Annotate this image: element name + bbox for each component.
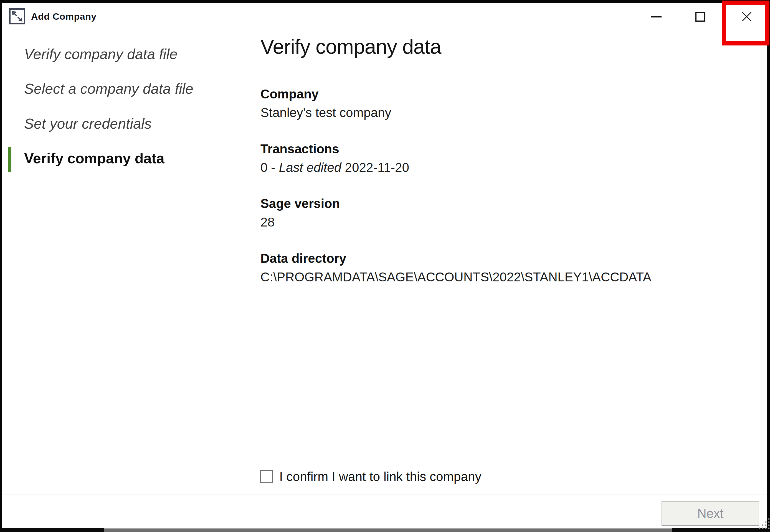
transactions-label: Transactions (260, 141, 754, 157)
transactions-date: 2022-11-20 (341, 160, 410, 175)
transactions-count: 0 - (260, 160, 279, 175)
window-border-top (0, 0, 770, 3)
field-group-sage-version: Sage version 28 (260, 196, 754, 230)
confirm-checkbox[interactable] (260, 470, 273, 483)
minimize-button[interactable] (644, 4, 669, 29)
field-group-transactions: Transactions 0 - Last edited 2022-11-20 (260, 141, 754, 175)
company-label: Company (260, 86, 754, 102)
field-group-data-directory: Data directory C:\PROGRAMDATA\SAGE\ACCOU… (260, 251, 754, 285)
window-border-bottom-left-segment (0, 528, 104, 532)
confirm-row: I confirm I want to link this company (260, 469, 482, 484)
window-border-bottom (0, 528, 770, 532)
window-border-bottom-right-segment (672, 528, 770, 532)
sage-version-label: Sage version (260, 196, 754, 211)
field-group-company: Company Stanley's test company (260, 86, 754, 120)
resize-grip-icon[interactable] (758, 517, 770, 530)
confirm-checkbox-label[interactable]: I confirm I want to link this company (279, 469, 482, 484)
sidebar-step-set-your-credentials[interactable]: Set your credentials (24, 115, 152, 132)
data-directory-label: Data directory (260, 251, 754, 266)
app-icon[interactable] (9, 8, 25, 24)
sage-version-value: 28 (260, 214, 754, 230)
window-title: Add Company (31, 11, 96, 22)
transactions-value: 0 - Last edited 2022-11-20 (260, 160, 754, 175)
footer-separator (2, 495, 767, 495)
transactions-last-edited: Last edited (279, 160, 341, 175)
minimize-icon (651, 16, 662, 17)
company-value: Stanley's test company (260, 105, 754, 120)
page-title: Verify company data (260, 35, 441, 58)
sidebar-step-select-company-data-file[interactable]: Select a company data file (24, 80, 193, 97)
maximize-button[interactable] (688, 4, 713, 29)
sidebar-step-verify-company-data-file[interactable]: Verify company data file (24, 45, 177, 63)
current-step-indicator (8, 147, 11, 172)
window-border-left (0, 0, 2, 529)
diagonal-transfer-arrows-icon (11, 10, 24, 23)
data-directory-value: C:\PROGRAMDATA\SAGE\ACCOUNTS\2022\STANLE… (260, 269, 754, 285)
sidebar-step-verify-company-data[interactable]: Verify company data (24, 150, 164, 167)
next-button[interactable]: Next (662, 501, 759, 526)
close-highlight-annotation (722, 1, 769, 45)
add-company-dialog: { "window": { "title": "Add Company", "i… (0, 0, 770, 532)
window-border-right (767, 0, 770, 529)
maximize-icon (695, 12, 705, 22)
